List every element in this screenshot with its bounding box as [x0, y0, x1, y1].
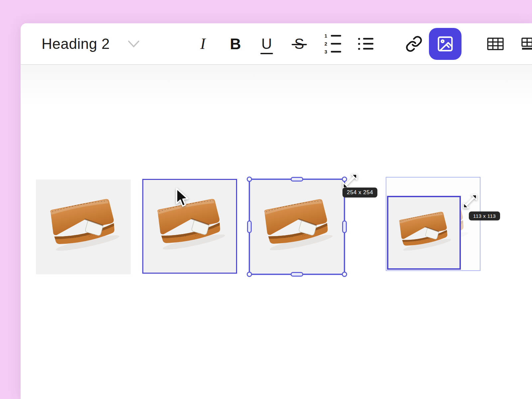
italic-glyph: I — [200, 36, 205, 52]
image-icon — [436, 35, 454, 53]
resize-handle-right[interactable] — [342, 220, 347, 233]
italic-button[interactable]: I — [191, 32, 214, 56]
resize-handle-top-right[interactable] — [342, 177, 347, 182]
resize-handle-bottom-left[interactable] — [247, 272, 252, 277]
resize-handle-top[interactable] — [291, 177, 303, 182]
heading-style-dropdown[interactable]: Heading 2 — [42, 36, 140, 52]
inserted-image-2-selected[interactable] — [142, 179, 237, 274]
strikethrough-button[interactable]: S — [288, 32, 311, 56]
resize-handle-top-left[interactable] — [247, 177, 252, 182]
bullet-list-icon — [358, 38, 373, 50]
resize-handle-bottom[interactable] — [291, 272, 303, 277]
bold-button[interactable]: B — [224, 32, 247, 56]
ordered-list-button[interactable]: 1 2 3 — [321, 32, 344, 56]
insert-image-button[interactable] — [429, 28, 462, 60]
strikethrough-glyph: S — [294, 37, 304, 51]
resize-handle-bottom-right[interactable] — [342, 272, 347, 277]
wallet-product-photo — [388, 197, 460, 268]
table-header-row-icon — [521, 38, 532, 50]
inserted-image-4-resizing[interactable] — [387, 196, 461, 270]
screenshot-stage: Heading 2 I B U S 1 2 3 — [0, 0, 532, 399]
link-icon — [405, 35, 423, 53]
bold-glyph: B — [230, 36, 241, 52]
underline-button[interactable]: U — [255, 32, 278, 56]
inserted-image-3-selected[interactable] — [249, 179, 345, 275]
table-header-row-button[interactable] — [518, 32, 532, 56]
wallet-product-photo — [250, 180, 344, 274]
ordered-list-icon: 1 2 3 — [324, 33, 341, 54]
table-button[interactable] — [484, 32, 507, 56]
table-grid-icon — [487, 38, 504, 50]
wallet-product-photo — [143, 180, 236, 273]
size-tooltip-254: 254 x 254 — [342, 188, 377, 198]
underline-glyph: U — [261, 37, 272, 51]
link-button[interactable] — [402, 32, 426, 56]
resize-handle-left[interactable] — [247, 220, 252, 233]
editor-content-area[interactable]: 254 x 254 113 x 113 — [21, 65, 532, 399]
wallet-product-photo — [36, 180, 131, 274]
size-tooltip-113: 113 x 113 — [469, 211, 500, 220]
editor-toolbar: Heading 2 I B U S 1 2 3 — [21, 23, 532, 65]
bullet-list-button[interactable] — [354, 32, 377, 56]
chevron-down-icon — [128, 40, 140, 48]
inserted-image-1[interactable] — [36, 180, 131, 274]
heading-style-label: Heading 2 — [42, 36, 110, 52]
editor-panel: Heading 2 I B U S 1 2 3 — [21, 23, 532, 399]
inserted-image-4-resize-frame[interactable] — [386, 177, 480, 271]
